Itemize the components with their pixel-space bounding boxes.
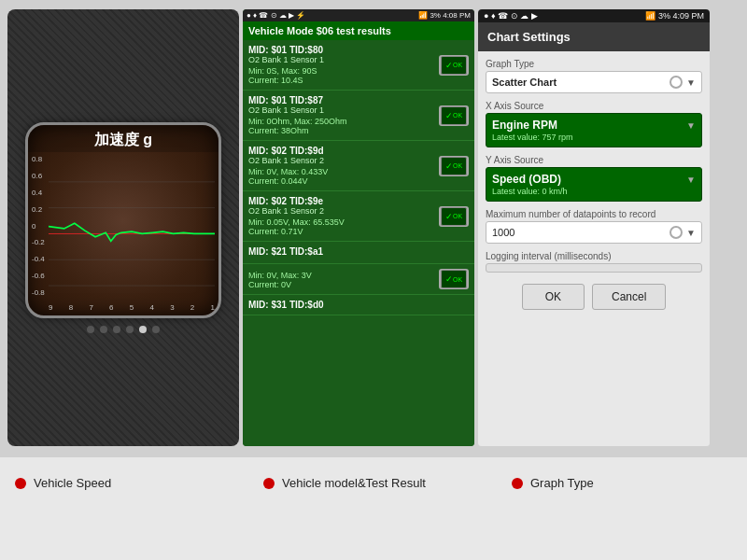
screen2-body: MID: $01 TID:$80 O2 Bank 1 Sensor 1 Min:…	[243, 40, 474, 446]
dot-1	[87, 326, 94, 333]
sensor-values-6: Min: 0V, Max: 3VCurrent: 0V	[248, 271, 469, 289]
log-interval-section: Logging interval (milliseconds)	[486, 251, 702, 273]
screen2-status-left: ● ♦ ☎ ⊙ ☁ ▶ ⚡	[247, 11, 305, 20]
max-dp-arrow-icon: ▼	[686, 228, 696, 238]
ok-button[interactable]: OK	[522, 284, 585, 310]
x-axis-labels: 9 8 7 6 5 4 3 2 1	[49, 303, 215, 312]
screen2-vehicle-mode: ● ♦ ☎ ⊙ ☁ ▶ ⚡ 📶 3% 4:08 PM Vehicle Mode …	[243, 9, 474, 446]
screen2-statusbar: ● ♦ ☎ ⊙ ☁ ▶ ⚡ 📶 3% 4:08 PM	[243, 9, 474, 21]
x-axis-value: Engine RPM	[492, 119, 557, 132]
y-axis-sub: Latest value: 0 km/h	[492, 187, 696, 196]
ok-check-6: ✓OK	[441, 270, 467, 288]
graph-type-label: Graph Type	[486, 59, 702, 69]
sensor-values-2: Min: 0Ohm, Max: 250OhmCurrent: 38Ohm	[248, 117, 469, 135]
ok-badge-2: ✓OK	[439, 105, 469, 126]
log-interval-input[interactable]	[486, 263, 702, 273]
sensor-name-3: O2 Bank 1 Sensor 2	[248, 156, 469, 165]
y-axis-arrow-icon: ▼	[686, 175, 696, 185]
y-label-08: 0.8	[32, 156, 45, 163]
ok-check-4: ✓OK	[441, 207, 467, 226]
x-label-1: 1	[211, 303, 215, 312]
screen3-chart-settings: ● ♦ ☎ ⊙ ☁ ▶ 📶 3% 4:09 PM Chart Settings …	[478, 9, 710, 446]
cancel-button[interactable]: Cancel	[592, 284, 666, 310]
screen3-statusbar: ● ♦ ☎ ⊙ ☁ ▶ 📶 3% 4:09 PM	[478, 9, 710, 22]
red-dot-2	[263, 478, 275, 489]
max-dp-label: Maximum number of datapoints to record	[486, 209, 702, 219]
footer-item-3: Graph Type	[497, 476, 745, 490]
x-axis-label: X Axis Source	[486, 101, 702, 111]
footer: Vehicle Speed Vehicle model&Test Result …	[0, 457, 747, 560]
footer-item-1: Vehicle Speed	[0, 476, 248, 490]
max-dp-radio	[669, 226, 683, 239]
x-axis-section: X Axis Source Engine RPM ▼ Latest value:…	[486, 101, 702, 147]
dot-6	[152, 326, 160, 333]
sensor-id-2: MID: $01 TID:$87	[248, 95, 469, 105]
x-label-4: 4	[149, 303, 153, 312]
footer-label-3: Graph Type	[530, 476, 594, 490]
x-label-2: 2	[190, 303, 194, 312]
sensor-item-6: Min: 0V, Max: 3VCurrent: 0V ✓OK	[243, 264, 474, 295]
sensor-item-2: MID: $01 TID:$87 O2 Bank 1 Sensor 1 Min:…	[243, 91, 474, 141]
x-axis-dropdown[interactable]: Engine RPM ▼ Latest value: 757 rpm	[486, 113, 702, 147]
sensor-item-1: MID: $01 TID:$80 O2 Bank 1 Sensor 1 Min:…	[243, 40, 474, 91]
sensor-item-3: MID: $02 TID:$9d O2 Bank 1 Sensor 2 Min:…	[243, 141, 474, 191]
chart-svg	[49, 156, 215, 312]
dot-3	[113, 326, 120, 333]
dot-2	[100, 326, 107, 333]
dot-4	[126, 326, 134, 333]
screen3-status-left: ● ♦ ☎ ⊙ ☁ ▶	[484, 11, 538, 21]
x-label-5: 5	[130, 303, 134, 312]
ok-check-3: ✓OK	[441, 157, 467, 175]
sensor-id-1: MID: $01 TID:$80	[248, 45, 469, 55]
sensor-name-4: O2 Bank 1 Sensor 2	[248, 206, 469, 216]
sensor-values-4: Min: 0.05V, Max: 65.535VCurrent: 0.71V	[248, 217, 469, 236]
y-label-04: 0.4	[32, 189, 45, 197]
gauge-chart: 0.8 0.6 0.4 0.2 0 -0.2 -0.4 -0.6 -0.8	[28, 152, 218, 315]
graph-type-dropdown[interactable]: Scatter Chart ▼	[486, 71, 702, 93]
sensor-item-4: MID: $02 TID:$9e O2 Bank 1 Sensor 2 Min:…	[243, 191, 474, 242]
y-label-0: 0	[32, 223, 45, 231]
dot-5	[139, 326, 147, 333]
ok-badge-3: ✓OK	[439, 156, 469, 176]
graph-type-arrow-icon: ▼	[686, 77, 696, 88]
ok-badge-1: ✓OK	[439, 55, 469, 76]
sensor-values-1: Min: 0S, Max: 90SCurrent: 10.4S	[248, 66, 469, 85]
log-interval-label: Logging interval (milliseconds)	[486, 251, 702, 261]
y-label-02: 0.2	[32, 206, 45, 214]
x-label-8: 8	[69, 303, 73, 312]
sensor-id-7: MID: $31 TID:$d0	[248, 300, 469, 310]
screen3-status-right: 📶 3% 4:09 PM	[645, 11, 704, 21]
footer-label-2: Vehicle model&Test Result	[282, 476, 426, 490]
x-axis-sub: Latest value: 757 rpm	[492, 133, 696, 142]
sensor-id-4: MID: $02 TID:$9e	[248, 196, 469, 206]
x-label-9: 9	[49, 303, 52, 312]
y-axis-section: Y Axis Source Speed (OBD) ▼ Latest value…	[486, 155, 702, 202]
y-label-n08: -0.8	[32, 289, 45, 297]
footer-label-1: Vehicle Speed	[34, 476, 111, 490]
y-axis-label: Y Axis Source	[486, 155, 702, 165]
red-dot-1	[15, 478, 26, 489]
y-label-n04: -0.4	[32, 256, 45, 263]
sensor-id-5: MID: $21 TID:$a1	[248, 246, 469, 257]
ok-check-1: ✓OK	[441, 56, 467, 75]
max-dp-input[interactable]: 1000 ▼	[486, 221, 702, 244]
ok-check-2: ✓OK	[441, 106, 467, 125]
sensor-item-7: MID: $31 TID:$d0	[243, 295, 474, 315]
sensor-item-5: MID: $21 TID:$a1	[243, 242, 474, 264]
graph-type-radio	[669, 76, 683, 89]
graph-type-section: Graph Type Scatter Chart ▼	[486, 59, 702, 93]
y-axis-labels: 0.8 0.6 0.4 0.2 0 -0.2 -0.4 -0.6 -0.8	[32, 156, 45, 297]
screen2-title: Vehicle Mode $06 test results	[243, 21, 474, 40]
max-dp-value: 1000	[492, 227, 514, 238]
y-label-n02: -0.2	[32, 239, 45, 246]
graph-type-value: Scatter Chart	[492, 77, 557, 88]
y-axis-dropdown[interactable]: Speed (OBD) ▼ Latest value: 0 km/h	[486, 167, 702, 202]
x-label-3: 3	[170, 303, 174, 312]
page-dots	[87, 326, 160, 333]
sensor-name-2: O2 Bank 1 Sensor 1	[248, 105, 469, 115]
x-label-7: 7	[89, 303, 92, 312]
max-dp-section: Maximum number of datapoints to record 1…	[486, 209, 702, 244]
sensor-id-3: MID: $02 TID:$9d	[248, 146, 469, 156]
screen1-vehicle-speed: 加速度 g 0.8 0.6 0.4 0.2 0 -0.2 -0.4 -0.6 -…	[7, 9, 239, 446]
screen3-body: Graph Type Scatter Chart ▼ X Axis Source…	[478, 51, 710, 446]
